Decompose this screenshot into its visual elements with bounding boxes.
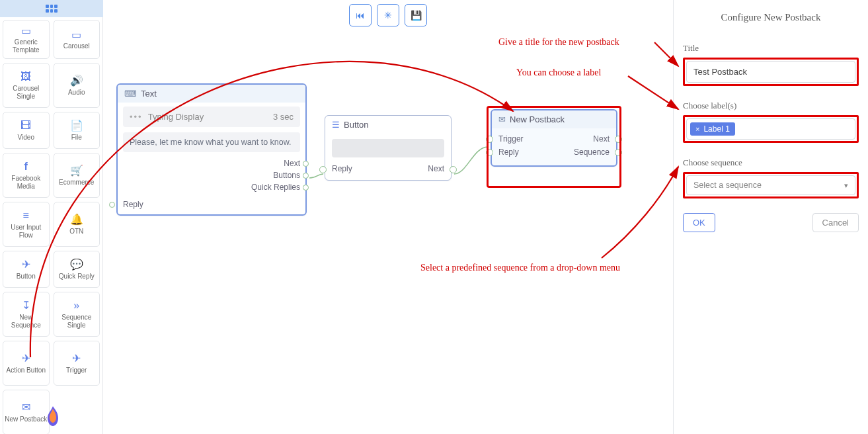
sidebar-item-file[interactable]: 📄File <box>54 112 100 149</box>
sidebar-item-user-input-flow[interactable]: ≡User Input Flow <box>3 202 50 247</box>
dots-icon: ••• <box>130 112 143 122</box>
cart-icon: 🛒 <box>70 165 83 177</box>
button-port-next[interactable]: Next <box>428 164 444 173</box>
bell-icon: 🔔 <box>70 214 83 226</box>
ok-button[interactable]: OK <box>683 213 715 232</box>
sidebar-item-action-button[interactable]: ✈Action Button <box>3 341 50 386</box>
flow-canvas[interactable]: ⏮ ✳ 💾 ⌨ Text ••• Typing Display 3 sec Pl… <box>103 0 673 434</box>
save-button[interactable]: 💾 <box>405 4 427 26</box>
sidebar-item-new-postback[interactable]: ✉New Postback <box>3 390 50 434</box>
list-icon: ☰ <box>332 120 340 130</box>
labels-label: Choose label(s) <box>683 101 859 111</box>
text-node-content[interactable]: Please, let me know what you want to kno… <box>123 132 300 152</box>
annotation-arrows <box>103 0 673 434</box>
button-port-reply[interactable]: Reply <box>332 164 352 173</box>
button-node-title: Button <box>344 120 369 130</box>
sequence-label: Choose sequence <box>683 157 859 168</box>
sidebar-item-facebook-media[interactable]: fFacebook Media <box>3 153 50 198</box>
sidebar-item-quick-reply[interactable]: 💬Quick Reply <box>54 251 100 288</box>
text-icon: ⌨ <box>124 89 137 99</box>
envelope-icon: ✉ <box>22 402 30 413</box>
sidebar-item-video[interactable]: 🎞Video <box>3 112 50 149</box>
button-placeholder[interactable] <box>332 139 444 157</box>
canvas-toolbar: ⏮ ✳ 💾 <box>349 4 427 26</box>
postback-node-title: New Postback <box>510 114 565 124</box>
text-node-header: ⌨ Text <box>118 85 305 103</box>
apps-icon[interactable] <box>46 5 58 13</box>
chip-remove-icon[interactable]: × <box>695 125 699 133</box>
config-panel: Configure New Postback Title Choose labe… <box>673 0 868 434</box>
annotation-label: You can choose a label <box>516 67 601 78</box>
text-node-title: Text <box>141 89 157 99</box>
sequence-icon: ↧ <box>22 300 30 312</box>
port-reply-in[interactable]: Reply <box>118 198 305 214</box>
title-input[interactable] <box>686 61 855 83</box>
button-node[interactable]: ☰ Button Reply Next <box>325 115 452 181</box>
envelope-icon: ✉ <box>498 114 506 124</box>
sidebar: ▭Generic Template ▭Carousel 🖼Carousel Si… <box>0 17 103 434</box>
carousel-icon: ▭ <box>71 28 81 40</box>
sidebar-item-audio[interactable]: 🔊Audio <box>54 63 100 108</box>
facebook-icon: f <box>24 161 28 173</box>
send-icon: ✈ <box>22 259 30 271</box>
labels-input[interactable]: × Label 1 <box>686 118 855 140</box>
edges <box>103 0 673 434</box>
pb-port-trigger[interactable]: Trigger <box>498 134 524 144</box>
rewind-icon: ⏮ <box>356 10 365 21</box>
postback-node-header: ✉ New Postback <box>492 110 616 128</box>
sidebar-item-trigger[interactable]: ✈Trigger <box>54 341 100 386</box>
pb-port-reply[interactable]: Reply <box>498 148 519 157</box>
panel-heading: Configure New Postback <box>683 12 859 23</box>
sidebar-item-carousel[interactable]: ▭Carousel <box>54 20 100 59</box>
port-buttons[interactable]: Buttons <box>118 169 300 181</box>
plane-icon: ✈ <box>72 353 81 365</box>
image-icon: 🖼 <box>20 71 31 83</box>
save-icon: 💾 <box>411 10 422 21</box>
sidebar-item-generic-template[interactable]: ▭Generic Template <box>3 20 50 59</box>
sidebar-item-sequence-single[interactable]: »Sequence Single <box>54 292 100 337</box>
audio-icon: 🔊 <box>70 75 83 87</box>
top-icon-bar <box>0 0 103 17</box>
button-node-header: ☰ Button <box>325 116 451 134</box>
label-chip[interactable]: × Label 1 <box>690 122 735 136</box>
sidebar-item-new-sequence[interactable]: ↧New Sequence <box>3 292 50 337</box>
annotation-title: Give a title for the new postback <box>498 37 619 48</box>
sidebar-item-button[interactable]: ✈Button <box>3 251 50 288</box>
chip-text: Label 1 <box>703 124 729 134</box>
port-next[interactable]: Next <box>118 157 300 169</box>
center-button[interactable]: ✳ <box>377 4 399 26</box>
file-icon: 📄 <box>70 120 83 132</box>
flow-icon: ≡ <box>23 210 29 222</box>
pb-port-next[interactable]: Next <box>593 134 610 144</box>
chevron-down-icon: ▾ <box>844 181 848 190</box>
port-quick-replies[interactable]: Quick Replies <box>118 181 300 193</box>
sidebar-item-ecommerce[interactable]: 🛒Ecommerce <box>54 153 100 198</box>
sidebar-item-otn[interactable]: 🔔OTN <box>54 202 100 247</box>
sequence-select[interactable]: Select a sequence ▾ <box>686 175 855 195</box>
title-label: Title <box>683 43 859 54</box>
typing-label: Typing Display <box>148 112 204 122</box>
app-logo-icon <box>44 405 62 427</box>
template-icon: ▭ <box>21 24 31 36</box>
chevrons-icon: » <box>73 300 79 312</box>
typing-time: 3 sec <box>273 112 294 122</box>
postback-node[interactable]: ✉ New Postback Trigger Next Reply Sequen… <box>491 109 617 167</box>
center-icon: ✳ <box>384 10 392 21</box>
typing-display-row[interactable]: ••• Typing Display 3 sec <box>123 107 300 127</box>
chat-icon: 💬 <box>70 259 83 271</box>
sequence-placeholder: Select a sequence <box>693 181 762 190</box>
text-node[interactable]: ⌨ Text ••• Typing Display 3 sec Please, … <box>116 83 307 216</box>
pb-port-sequence[interactable]: Sequence <box>574 148 610 157</box>
video-icon: 🎞 <box>20 120 31 132</box>
send-icon: ✈ <box>22 353 30 365</box>
rewind-button[interactable]: ⏮ <box>349 4 372 26</box>
sidebar-item-carousel-single[interactable]: 🖼Carousel Single <box>3 63 50 108</box>
annotation-sequence: Select a predefined sequence from a drop… <box>420 263 620 273</box>
cancel-button[interactable]: Cancel <box>812 213 859 232</box>
